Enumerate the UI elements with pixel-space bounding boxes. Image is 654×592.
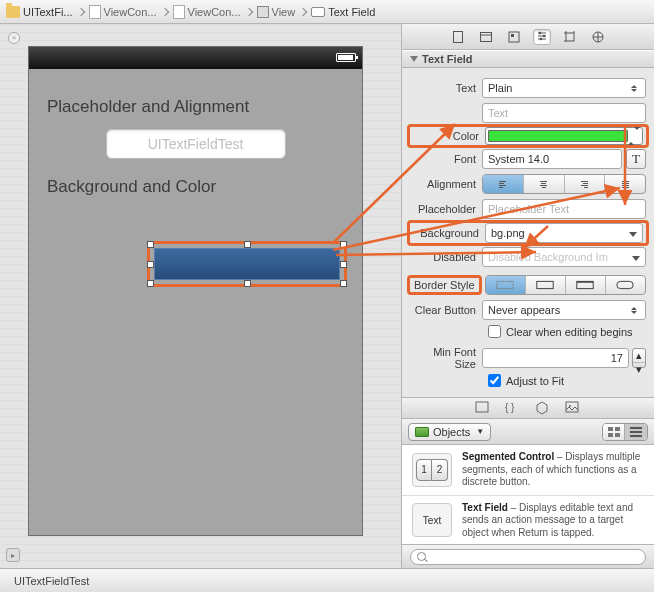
inspector-panel: Text Field Text Plain Text Color: [402, 24, 654, 568]
color-row-highlight: Color: [407, 124, 649, 148]
disabled-bg-combo[interactable]: Disabled Background Im: [482, 247, 646, 267]
align-justify-button[interactable]: [605, 175, 645, 193]
objects-icon: [415, 427, 429, 437]
grid-view-button[interactable]: [603, 424, 625, 440]
search-icon: [417, 552, 426, 561]
folder-icon: [6, 6, 20, 18]
svg-rect-1: [481, 32, 492, 41]
segmented-thumb-icon: 12: [412, 453, 452, 487]
border-bezel-button[interactable]: [566, 276, 606, 294]
file-inspector-tab[interactable]: [449, 29, 467, 45]
list-view-button[interactable]: [625, 424, 647, 440]
svg-rect-18: [476, 402, 488, 412]
alignment-segmented: [482, 174, 646, 194]
background-label: Background: [413, 227, 485, 239]
status-bar-preview: [29, 47, 362, 69]
align-left-button[interactable]: [483, 175, 524, 193]
svg-point-9: [543, 34, 546, 37]
border-none-button[interactable]: [486, 276, 526, 294]
attributes-inspector-tab[interactable]: [533, 29, 551, 45]
font-picker-button[interactable]: T: [626, 149, 646, 169]
background-row-highlight: Background bg.png: [407, 220, 649, 246]
breadcrumb-textfield[interactable]: Text Field: [311, 6, 375, 18]
svg-rect-24: [608, 433, 613, 437]
border-rounded-button[interactable]: [606, 276, 645, 294]
textfield-thumb-icon: Text: [412, 503, 452, 537]
selected-textfield[interactable]: [147, 241, 347, 287]
objects-tab[interactable]: [535, 401, 551, 415]
min-font-stepper[interactable]: ▴▾: [632, 348, 646, 368]
library-view-toggle: [602, 423, 648, 441]
sample-textfield-bgimage[interactable]: [154, 248, 340, 280]
breadcrumb-folder[interactable]: UITextFi...: [6, 6, 73, 18]
svg-text:{ }: { }: [505, 402, 515, 413]
identity-inspector-tab[interactable]: [505, 29, 523, 45]
svg-rect-22: [608, 427, 613, 431]
background-image-combo[interactable]: bg.png: [485, 223, 643, 243]
sample-textfield-rounded[interactable]: UITextFieldTest: [106, 129, 286, 159]
label-placeholder-alignment[interactable]: Placeholder and Alignment: [47, 97, 344, 117]
label-background-color[interactable]: Background and Color: [47, 177, 344, 197]
canvas-area[interactable]: × ▸ Placeholder and Alignment UITextFiel…: [0, 24, 402, 568]
resize-handle[interactable]: [340, 280, 347, 287]
svg-rect-13: [497, 281, 513, 288]
resize-handle[interactable]: [340, 261, 347, 268]
text-value-field[interactable]: Text: [482, 103, 646, 123]
disabled-label: Disabled: [410, 251, 482, 263]
clear-button-popup[interactable]: Never appears: [482, 300, 646, 320]
text-type-popup[interactable]: Plain: [482, 78, 646, 98]
resize-handle[interactable]: [244, 280, 251, 287]
text-color-well[interactable]: [485, 127, 643, 145]
border-style-segmented: [485, 275, 646, 295]
resize-handle[interactable]: [147, 261, 154, 268]
section-header-textfield[interactable]: Text Field: [402, 50, 654, 68]
align-center-button[interactable]: [524, 175, 565, 193]
align-right-button[interactable]: [565, 175, 606, 193]
xib-file-icon: [173, 5, 185, 19]
view-icon: [257, 6, 269, 18]
svg-rect-23: [615, 427, 620, 431]
resize-handle[interactable]: [147, 280, 154, 287]
device-view[interactable]: Placeholder and Alignment UITextFieldTes…: [28, 46, 363, 536]
disclosure-triangle-icon: [410, 56, 418, 62]
resize-handle[interactable]: [340, 241, 347, 248]
placeholder-field[interactable]: Placeholder Text: [482, 199, 646, 219]
chevron-right-icon: [299, 7, 307, 15]
connections-inspector-tab[interactable]: [589, 29, 607, 45]
min-font-field[interactable]: 17: [482, 348, 629, 368]
file-template-tab[interactable]: [475, 401, 491, 415]
code-snippets-tab[interactable]: { }: [505, 401, 521, 415]
library-search-field[interactable]: [410, 549, 646, 565]
border-style-label: Border Style: [407, 275, 482, 295]
size-inspector-tab[interactable]: [561, 29, 579, 45]
resize-handle[interactable]: [147, 241, 154, 248]
svg-rect-11: [566, 33, 574, 41]
chevron-right-icon: [244, 7, 252, 15]
library-tabs: { }: [402, 397, 654, 419]
adjust-fit-checkbox[interactable]: [488, 374, 501, 387]
library-list[interactable]: 12 Segmented Control – Displays multiple…: [402, 445, 654, 544]
document-outline-toggle[interactable]: ▸: [6, 548, 20, 562]
library-item-textfield[interactable]: Text Text Field – Displays editable text…: [402, 496, 654, 545]
font-label: Font: [410, 153, 482, 165]
close-document-button[interactable]: ×: [8, 32, 20, 44]
status-text: UITextFieldTest: [14, 575, 89, 587]
chevron-right-icon: [76, 7, 84, 15]
breadcrumb-file-1[interactable]: ViewCon...: [89, 5, 157, 19]
font-field[interactable]: System 14.0: [482, 149, 622, 169]
clear-editing-label: Clear when editing begins: [506, 326, 633, 338]
text-label: Text: [410, 82, 482, 94]
clear-editing-checkbox[interactable]: [488, 325, 501, 338]
library-scope-popup[interactable]: Objects ▼: [408, 423, 491, 441]
media-tab[interactable]: [565, 401, 581, 415]
breadcrumb-view[interactable]: View: [257, 6, 296, 18]
breadcrumb-file-2[interactable]: ViewCon...: [173, 5, 241, 19]
border-line-button[interactable]: [526, 276, 566, 294]
svg-point-8: [539, 31, 542, 34]
inspector-tab-strip: [402, 24, 654, 50]
textfield-icon: [311, 7, 325, 17]
quick-help-tab[interactable]: [477, 29, 495, 45]
svg-rect-4: [511, 34, 514, 37]
resize-handle[interactable]: [244, 241, 251, 248]
library-item-segmented[interactable]: 12 Segmented Control – Displays multiple…: [402, 445, 654, 496]
